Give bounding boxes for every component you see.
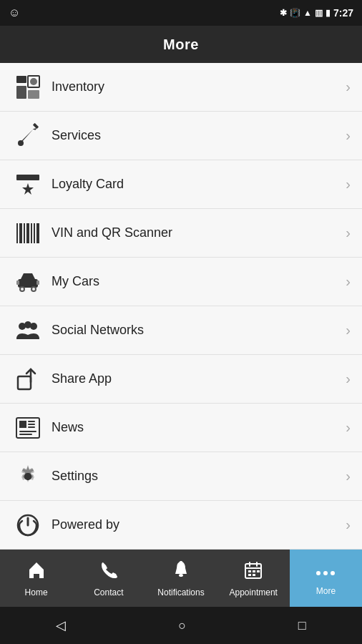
loyalty-chevron: › <box>346 176 351 192</box>
mycars-label: My Cars <box>44 274 346 289</box>
nav-item-notifications[interactable]: Notifications <box>145 550 217 607</box>
vin-icon <box>11 217 44 250</box>
svg-rect-12 <box>26 223 29 243</box>
svg-point-50 <box>323 571 328 575</box>
signal-icon: ▥ <box>315 8 323 18</box>
clock: 7:27 <box>333 7 353 19</box>
svg-point-49 <box>316 571 321 575</box>
nav-item-more[interactable]: More <box>290 550 362 607</box>
services-icon <box>11 119 44 152</box>
share-icon <box>11 363 44 396</box>
svg-marker-8 <box>22 183 34 195</box>
svg-rect-6 <box>33 123 39 129</box>
services-chevron: › <box>346 127 351 144</box>
svg-rect-47 <box>248 574 251 576</box>
svg-rect-22 <box>36 280 39 285</box>
news-label: News <box>44 420 346 435</box>
loyalty-icon <box>11 168 44 201</box>
battery-icon: ▮ <box>326 8 331 18</box>
menu-item-powered[interactable]: Powered by › <box>0 501 362 550</box>
inventory-label: Inventory <box>44 79 346 94</box>
appointment-label: Appointment <box>230 587 278 597</box>
svg-point-51 <box>331 571 335 575</box>
inventory-chevron: › <box>346 79 351 95</box>
svg-rect-0 <box>16 76 26 83</box>
more-label: More <box>316 586 336 596</box>
svg-rect-21 <box>16 280 19 285</box>
powered-label: Powered by <box>44 517 346 532</box>
status-bar: ☺ ✱ 📳 ▲ ▥ ▮ 7:27 <box>0 0 362 26</box>
svg-rect-46 <box>257 570 260 572</box>
svg-rect-10 <box>19 223 22 243</box>
svg-rect-48 <box>253 574 255 576</box>
menu-item-settings[interactable]: Settings › <box>0 452 362 501</box>
vin-chevron: › <box>346 225 351 241</box>
vin-label: VIN and QR Scanner <box>44 225 346 240</box>
svg-point-36 <box>24 473 31 480</box>
svg-rect-11 <box>24 223 25 243</box>
svg-rect-14 <box>34 223 35 243</box>
svg-rect-45 <box>253 570 255 572</box>
svg-point-39 <box>180 561 182 564</box>
notification-icon: ☺ <box>9 6 20 19</box>
menu-item-social[interactable]: Social Networks › <box>0 306 362 355</box>
back-button[interactable]: ◁ <box>56 618 66 633</box>
svg-rect-44 <box>248 570 251 572</box>
svg-rect-15 <box>36 223 39 243</box>
menu-item-share[interactable]: Share App › <box>0 355 362 404</box>
more-icon <box>315 561 336 583</box>
settings-icon <box>11 460 44 493</box>
mycars-icon <box>11 265 44 298</box>
mycars-chevron: › <box>346 273 351 290</box>
menu-item-vin[interactable]: VIN and QR Scanner › <box>0 209 362 258</box>
menu-item-inventory[interactable]: Inventory › <box>0 63 362 112</box>
powered-chevron: › <box>346 517 351 533</box>
contact-label: Contact <box>94 587 123 597</box>
svg-rect-9 <box>16 223 18 243</box>
svg-rect-30 <box>28 421 35 422</box>
status-right: ✱ 📳 ▲ ▥ ▮ 7:27 <box>280 7 353 19</box>
svg-rect-34 <box>19 434 32 435</box>
svg-point-18 <box>21 288 24 291</box>
menu-item-mycars[interactable]: My Cars › <box>0 258 362 306</box>
notifications-icon <box>171 560 191 585</box>
nav-item-contact[interactable]: Contact <box>72 550 145 607</box>
svg-point-20 <box>32 288 35 291</box>
home-button[interactable]: ○ <box>178 618 186 633</box>
nav-item-appointment[interactable]: Appointment <box>217 550 290 607</box>
menu-item-loyalty[interactable]: Loyalty Card › <box>0 160 362 209</box>
nav-item-home[interactable]: Home <box>0 550 72 607</box>
svg-rect-3 <box>16 86 26 99</box>
svg-rect-32 <box>28 426 35 428</box>
header: More <box>0 26 362 63</box>
bottom-nav: Home Contact Notifications <box>0 550 362 607</box>
menu-item-news[interactable]: News › <box>0 404 362 452</box>
svg-rect-33 <box>19 431 36 432</box>
svg-rect-38 <box>179 574 183 577</box>
wifi-icon: ▲ <box>303 8 312 18</box>
svg-point-5 <box>18 140 24 146</box>
svg-rect-26 <box>18 376 31 389</box>
share-label: Share App <box>44 371 346 386</box>
recents-button[interactable]: □ <box>298 618 306 633</box>
services-label: Services <box>44 128 346 143</box>
android-nav: ◁ ○ □ <box>0 607 362 644</box>
inventory-icon <box>11 71 44 104</box>
status-left: ☺ <box>9 6 20 19</box>
home-icon <box>26 560 47 585</box>
news-icon <box>11 411 44 444</box>
menu-item-services[interactable]: Services › <box>0 112 362 160</box>
phone-icon <box>99 560 119 585</box>
settings-label: Settings <box>44 469 346 484</box>
news-chevron: › <box>346 419 351 436</box>
svg-rect-16 <box>18 279 38 288</box>
social-label: Social Networks <box>44 323 346 338</box>
home-label: Home <box>25 587 48 597</box>
share-chevron: › <box>346 371 351 387</box>
social-icon <box>11 314 44 347</box>
svg-rect-7 <box>16 175 39 180</box>
svg-rect-13 <box>31 223 32 243</box>
menu-list: Inventory › Services › Loyalty Card › <box>0 63 362 550</box>
bluetooth-icon: ✱ <box>280 8 287 18</box>
svg-point-25 <box>24 321 31 328</box>
